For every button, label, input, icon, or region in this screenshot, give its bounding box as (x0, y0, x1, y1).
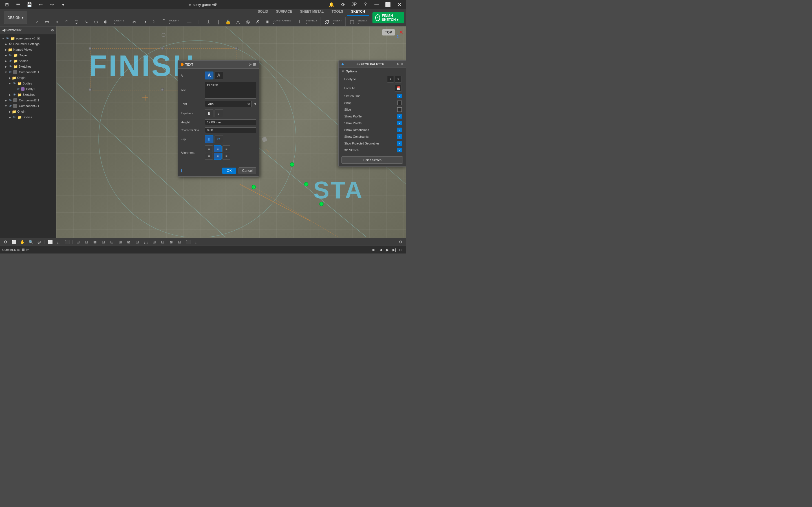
bottom-tool-5[interactable]: ⊟ (109, 239, 115, 245)
linetype-prev[interactable]: < (387, 76, 394, 82)
palette-pin[interactable]: ⊳ (397, 62, 399, 66)
eye-icon-bodies-c3[interactable]: 👁 (12, 115, 16, 119)
eye-icon-c2[interactable]: 👁 (8, 98, 12, 103)
tree-item-bodies-c3[interactable]: ▶ 👁 📁 Bodies (0, 114, 56, 120)
ellipse-tool[interactable]: ⬭ (92, 17, 100, 26)
tree-item-named-views[interactable]: ▶ 📁 Named Views (0, 47, 56, 52)
lookat-button[interactable]: 📅 (395, 85, 402, 92)
nav-last[interactable]: ⏭ (398, 247, 404, 252)
tree-item-sketches-root[interactable]: ▶ 👁 📁 Sketches (0, 64, 56, 69)
bottom-display2[interactable]: ⬚ (56, 239, 62, 245)
italic-button[interactable]: I (214, 109, 223, 117)
tree-item-sketches-c1[interactable]: ▶ 👁 📁 Sketches (0, 92, 56, 98)
align-center[interactable]: ≡ (214, 145, 221, 152)
browser-expand[interactable]: ⚙ (51, 29, 54, 32)
break-tool[interactable]: ⌇ (150, 17, 158, 26)
eye-icon-body1[interactable]: 👁 (16, 87, 20, 91)
flip-vertical-button[interactable]: ⇄ (214, 135, 223, 143)
bottom-tool-12[interactable]: ⊠ (168, 239, 174, 245)
bottom-tool-1[interactable]: ⊞ (75, 239, 81, 245)
minimize-button[interactable]: — (372, 0, 381, 9)
align-bottom[interactable]: ≡ (222, 153, 231, 160)
polygon-tool[interactable]: ⬡ (72, 17, 81, 26)
close-button[interactable]: ✕ (395, 0, 404, 9)
nav-next-key[interactable]: ▶| (391, 247, 397, 252)
3dsketch-checkbox[interactable] (397, 148, 402, 152)
bottom-tool-11[interactable]: ⊟ (160, 239, 166, 245)
palette-expand[interactable]: ⊞ (400, 62, 403, 66)
extend-tool[interactable]: ⊸ (140, 17, 149, 26)
spline-tool[interactable]: ∿ (82, 17, 91, 26)
showprojected-checkbox[interactable] (397, 141, 402, 146)
nav-play[interactable]: ▶ (385, 247, 390, 252)
slice-checkbox[interactable] (397, 107, 402, 112)
tab-surface[interactable]: SURFACE (272, 8, 296, 16)
font-select[interactable]: Arial (205, 101, 252, 107)
align-middle[interactable]: ≡ (214, 153, 221, 160)
eye-icon-origin[interactable]: 👁 (8, 53, 12, 57)
bottom-zoom[interactable]: 🔍 (28, 239, 34, 245)
circle-tool[interactable]: ○ (52, 17, 61, 26)
eye-icon-bodies[interactable]: 👁 (8, 59, 12, 63)
bottom-hand[interactable]: ✋ (19, 239, 26, 245)
type-btn-outline[interactable]: A (214, 71, 223, 79)
char-space-input[interactable] (205, 127, 256, 133)
help-icon[interactable]: ? (361, 0, 370, 9)
bottom-tool-10[interactable]: ⊞ (151, 239, 157, 245)
eye-icon-root[interactable]: 👁 (5, 36, 10, 41)
eye-icon-sketches[interactable]: 👁 (8, 64, 12, 69)
rect-tool[interactable]: ▭ (43, 17, 52, 26)
eye-icon-sketches-c1[interactable]: 👁 (12, 93, 16, 97)
align-left[interactable]: ≡ (205, 145, 213, 152)
bottom-settings-right[interactable]: ⚙ (398, 239, 404, 245)
tree-item-component1[interactable]: ▼ 👁 Component1:1 (0, 69, 56, 75)
bottom-tool-6[interactable]: ⊞ (117, 239, 123, 245)
tree-item-component2[interactable]: ▶ 👁 Component2:1 (0, 98, 56, 103)
constraint-vertical[interactable]: | (195, 17, 203, 26)
bottom-tool-7[interactable]: ⊠ (126, 239, 132, 245)
finish-sketch-button[interactable]: ✓ FINISH SKETCH ▾ (372, 12, 404, 23)
bottom-tool-8[interactable]: ⊡ (134, 239, 140, 245)
bottom-view[interactable]: ◎ (36, 239, 42, 245)
trim-tool[interactable]: ✂ (130, 17, 139, 26)
bottom-tool-4[interactable]: ⊡ (100, 239, 107, 245)
type-btn-filled[interactable]: A (205, 71, 213, 79)
constraint-smooth[interactable]: ✗ (253, 17, 262, 26)
bottom-display1[interactable]: ⬜ (47, 239, 53, 245)
maximize-button[interactable]: ⬜ (384, 0, 393, 9)
sketchgrid-checkbox[interactable] (397, 94, 402, 98)
comments-expand[interactable]: ⊞ (22, 248, 24, 251)
user-icon[interactable]: JP (350, 0, 359, 9)
viewport[interactable]: FINISH STA TOP ✕ 2 TEXT ⊳ ⊞ (56, 26, 406, 238)
save-icon[interactable]: 💾 (25, 0, 34, 9)
constraint-equal[interactable]: △ (234, 17, 243, 26)
showprofile-checkbox[interactable] (397, 114, 402, 119)
tree-item-root[interactable]: ▼ 👁 📁 sorry game v6 ● (0, 36, 56, 41)
app-menu-icon[interactable]: ⊞ (2, 0, 11, 9)
undo-icon[interactable]: ↩ (36, 0, 45, 9)
constraint-concentric[interactable]: ◎ (243, 17, 252, 26)
tree-item-bodies-c1[interactable]: ▼ 👁 📁 Bodies (0, 80, 56, 86)
tree-item-component3[interactable]: ▼ 👁 Component3:1 (0, 103, 56, 109)
bottom-tool-9[interactable]: ⬚ (143, 239, 149, 245)
eye-icon-c3[interactable]: 👁 (8, 104, 12, 108)
tree-item-body1[interactable]: 👁 Body1 (0, 86, 56, 92)
redo-icon[interactable]: ↪ (47, 0, 56, 9)
constraint-perp[interactable]: ⊥ (204, 17, 213, 26)
bottom-grid[interactable]: ⬜ (11, 239, 17, 245)
insert-image[interactable]: 🖼 (323, 17, 332, 26)
dialog-expand-button[interactable]: ⊞ (253, 62, 256, 67)
showdimensions-checkbox[interactable] (397, 128, 402, 132)
bottom-tool-2[interactable]: ⊟ (84, 239, 90, 245)
bottom-tool-13[interactable]: ⊡ (176, 239, 183, 245)
nav-prev[interactable]: ◀ (378, 247, 384, 252)
constraint-parallel[interactable]: ∥ (214, 17, 223, 26)
dialog-pin-button[interactable]: ⊳ (248, 62, 252, 67)
align-right[interactable]: ≡ (222, 145, 231, 152)
arc-tool[interactable]: ◠ (62, 17, 71, 26)
bottom-tool-3[interactable]: ⊠ (92, 239, 98, 245)
snap-checkbox[interactable] (397, 101, 402, 105)
tree-item-bodies-root[interactable]: ▶ 👁 📁 Bodies (0, 58, 56, 64)
notification-icon[interactable]: 🔔 (327, 0, 336, 9)
bold-button[interactable]: B (205, 109, 213, 117)
